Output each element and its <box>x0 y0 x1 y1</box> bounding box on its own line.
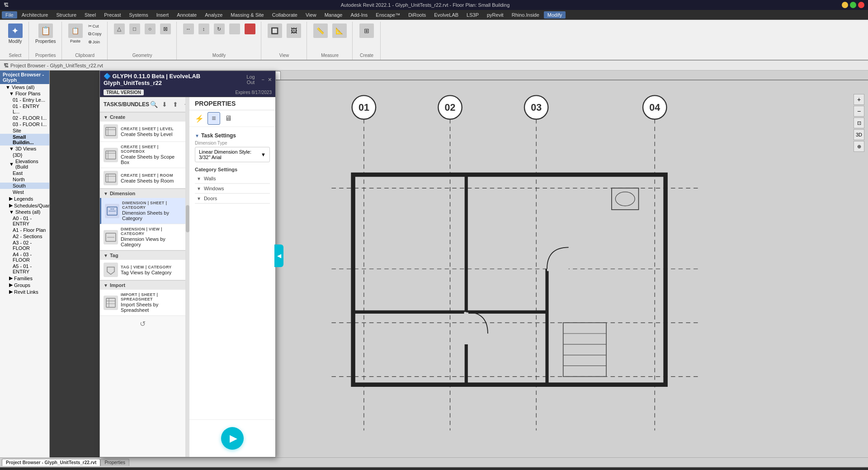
ribbon-btn-mod5[interactable] <box>243 23 257 36</box>
pb-item-schedules[interactable]: ▶ Schedules/Quant... <box>0 202 49 209</box>
ribbon-btn-geom3[interactable]: ○ <box>143 23 157 36</box>
ribbon-btn-copy[interactable]: ⧉Copy <box>86 30 104 38</box>
pb-item-entry-l[interactable]: 01 - ENTRY L... <box>0 103 49 115</box>
tab-properties-bottom[interactable]: Properties <box>100 459 129 466</box>
ribbon-btn-mod2[interactable]: ↕ <box>197 23 211 36</box>
search-tasks-button[interactable]: 🔍 <box>149 100 158 109</box>
menu-precast[interactable]: Precast <box>100 11 124 19</box>
glyph-expand-button[interactable]: ◀ <box>274 244 275 267</box>
pb-item-sheet-a0[interactable]: A0 - 01 - ENTRY <box>0 215 49 227</box>
tasks-scrollbar[interactable] <box>186 97 189 457</box>
menu-steel[interactable]: Steel <box>81 11 99 19</box>
task-dimension-view-category[interactable]: DIMENSION | VIEW | CATEGORY Dimension Vi… <box>100 224 185 250</box>
menu-addins[interactable]: Add-Ins <box>347 11 371 19</box>
task-create-sheet-scopebox[interactable]: CREATE | SHEET | SCOPEBOX Create Sheets … <box>100 142 185 168</box>
pb-item-sheet-a2[interactable]: A2 - Sections <box>0 233 49 240</box>
pb-item-sheet-a5[interactable]: A5 - 01 - ENTRY <box>0 263 49 275</box>
pb-item-revit-links[interactable]: ▶ Revit Links <box>0 288 49 295</box>
logout-button[interactable]: Log Out <box>244 74 258 85</box>
menu-manage[interactable]: Manage <box>321 11 346 19</box>
pb-item-3d[interactable]: {3D} <box>0 152 49 158</box>
ribbon-btn-mod4[interactable] <box>227 23 242 36</box>
ribbon-btn-join[interactable]: ⊕Join <box>86 38 104 45</box>
ribbon-btn-props[interactable]: 📋 Properties <box>33 23 58 45</box>
minimize-button[interactable] <box>842 2 848 8</box>
menu-evolvelab[interactable]: EvolveLAB <box>430 11 462 19</box>
task-dimension-sheet-category[interactable]: ⟷ DIMENSION | SHEET | CATEGORY Dimension… <box>100 198 185 224</box>
menu-insert[interactable]: Insert <box>153 11 173 19</box>
pb-item-floor2[interactable]: 03 - FLOOR I... <box>0 121 49 127</box>
add-task-button[interactable]: ＋ <box>182 100 186 109</box>
section-header-create[interactable]: ▼ Create <box>100 112 185 122</box>
pb-item-views-all[interactable]: ▼ Views (all) <box>0 84 49 90</box>
pb-item-families[interactable]: ▶ Families <box>0 275 49 282</box>
section-header-tag[interactable]: ▼ Tag <box>100 250 185 260</box>
pb-item-south[interactable]: South <box>0 183 49 189</box>
window-controls[interactable] <box>842 2 864 8</box>
menu-enscape[interactable]: Enscape™ <box>372 11 404 19</box>
settings-toolbar-button[interactable]: ≡ <box>208 112 220 125</box>
ribbon-btn-measure1[interactable]: 📏 <box>311 23 330 40</box>
maximize-button[interactable] <box>850 2 856 8</box>
ribbon-btn-paste[interactable]: 📋 Paste <box>66 23 85 45</box>
menu-collaborate[interactable]: Collaborate <box>269 11 301 19</box>
ribbon-btn-mod3[interactable]: ↻ <box>212 23 226 36</box>
pb-item-site[interactable]: Site <box>0 127 49 134</box>
pb-item-floor1[interactable]: 02 - FLOOR I... <box>0 115 49 121</box>
pb-item-entry-le[interactable]: 01 - Entry Le... <box>0 97 49 103</box>
menu-systems[interactable]: Systems <box>125 11 151 19</box>
task-settings-section[interactable]: ▼ Task Settings <box>195 131 270 141</box>
canvas-viewport[interactable]: 01 02 03 04 <box>226 80 868 457</box>
ribbon-btn-view2[interactable]: 🖼 <box>285 23 303 40</box>
category-walls[interactable]: ▼ Walls <box>195 174 270 183</box>
section-header-import[interactable]: ▼ Import <box>100 280 185 290</box>
pb-item-3d-views[interactable]: ▼ 3D Views <box>0 146 49 152</box>
task-create-sheet-room[interactable]: CREATE | SHEET | ROOM Create Sheets by R… <box>100 168 185 188</box>
menu-massing[interactable]: Massing & Site <box>227 11 267 19</box>
menu-pyrevit[interactable]: pyRevit <box>483 11 507 19</box>
preview-toolbar-button[interactable]: 🖥 <box>222 112 235 125</box>
menu-rhinoinside[interactable]: Rhino.Inside <box>508 11 543 19</box>
pb-item-floor-plans[interactable]: ▼ Floor Plans <box>0 90 49 97</box>
download-tasks-button[interactable]: ⬇ <box>160 100 169 109</box>
pb-item-elevations[interactable]: ▼ Elevations (Build <box>0 158 49 170</box>
menu-ls3p[interactable]: LS3P <box>463 11 482 19</box>
view-3d-button[interactable]: 3D <box>854 129 864 140</box>
menu-view[interactable]: View <box>302 11 320 19</box>
category-doors[interactable]: ▼ Doors <box>195 194 270 203</box>
menu-modify[interactable]: Modify <box>544 11 566 19</box>
zoom-out-button[interactable]: − <box>854 106 864 117</box>
pb-item-small-building[interactable]: Small Buildin... <box>0 134 49 146</box>
menu-diroots[interactable]: DiRoots <box>405 11 429 19</box>
menu-analyze[interactable]: Analyze <box>201 11 226 19</box>
pb-item-sheet-a1[interactable]: A1 - Floor Plan <box>0 227 49 233</box>
pb-item-east[interactable]: East <box>0 170 49 176</box>
tab-project-browser[interactable]: Project Browser - Glyph_UnitTests_r22.rv… <box>2 459 100 466</box>
section-header-dimension[interactable]: ▼ Dimension <box>100 188 185 198</box>
category-windows[interactable]: ▼ Windows <box>195 184 270 193</box>
menu-annotate[interactable]: Annotate <box>173 11 200 19</box>
zoom-in-button[interactable]: + <box>854 94 864 105</box>
upload-tasks-button[interactable]: ⬆ <box>171 100 180 109</box>
menu-file[interactable]: File <box>2 11 17 19</box>
ribbon-btn-measure2[interactable]: 📐 <box>330 23 349 40</box>
ribbon-btn-modify[interactable]: ✦ Modify <box>6 23 24 45</box>
pb-item-sheets-all[interactable]: ▼ Sheets (all) <box>0 209 49 215</box>
menu-architecture[interactable]: Architecture <box>18 11 52 19</box>
refresh-button[interactable]: ↺ <box>140 320 146 328</box>
ribbon-btn-geom4[interactable]: ⊠ <box>158 23 173 36</box>
pb-item-sheet-a4[interactable]: A4 - 03 - FLOOR <box>0 251 49 263</box>
ribbon-btn-geom2[interactable]: □ <box>127 23 142 36</box>
pb-item-north[interactable]: North <box>0 176 49 183</box>
task-import-sheet-spreadsheet[interactable]: IMPORT | SHEET | SPREADSHEET Import Shee… <box>100 290 185 316</box>
minimize-glyph-icon[interactable]: − <box>261 77 264 82</box>
view-orient-button[interactable]: ⊕ <box>854 141 864 152</box>
task-tag-view-category[interactable]: TAG | VIEW | CATEGORY Tag Views by Categ… <box>100 260 185 280</box>
play-run-button[interactable]: ▶ <box>221 427 244 450</box>
ribbon-btn-create1[interactable]: ⊞ <box>358 23 376 40</box>
ribbon-btn-cut[interactable]: ✂Cut <box>86 23 104 29</box>
pb-item-sheet-a3[interactable]: A3 - 02 - FLOOR <box>0 240 49 251</box>
task-create-sheet-level[interactable]: CREATE | SHEET | LEVEL Create Sheets by … <box>100 122 185 142</box>
ribbon-btn-mod1[interactable]: ↔ <box>181 23 196 36</box>
close-glyph-icon[interactable]: × <box>268 76 272 83</box>
